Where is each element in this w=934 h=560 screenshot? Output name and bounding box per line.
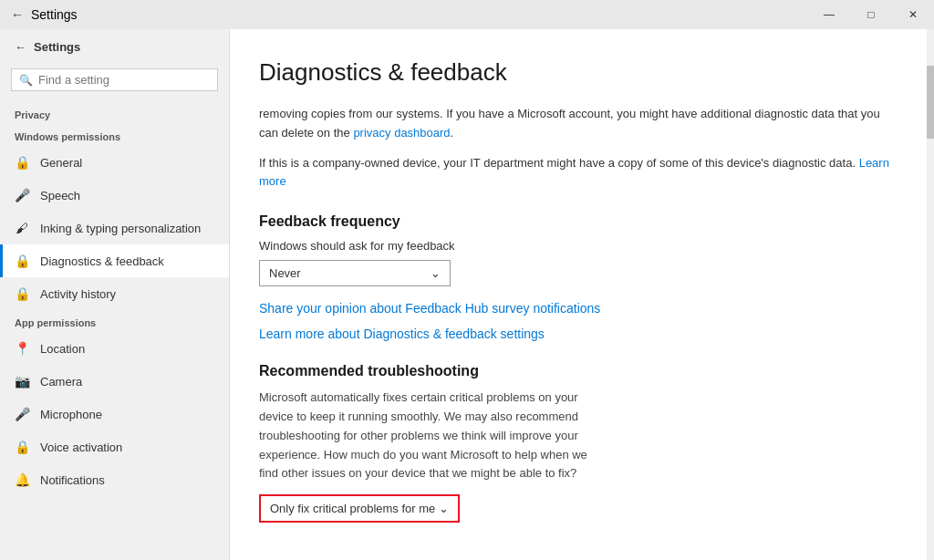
titlebar-title: Settings — [31, 7, 78, 22]
share-opinion-link[interactable]: Share your opinion about Feedback Hub su… — [259, 301, 600, 316]
intro-paragraph-2: If this is a company-owned device, your … — [259, 154, 898, 192]
microphone-icon: 🎤 — [15, 407, 29, 421]
sidebar-item-label-general: General — [40, 156, 82, 170]
sidebar-item-voice[interactable]: 🔒 Voice activation — [0, 430, 229, 463]
intro-paragraph-1: removing copies from our systems. If you… — [259, 105, 898, 143]
titlebar-controls: — □ ✕ — [808, 0, 934, 29]
search-icon: 🔍 — [19, 74, 33, 87]
sidebar-item-location[interactable]: 📍 Location — [0, 332, 229, 365]
back-icon[interactable]: ← — [11, 7, 24, 22]
sidebar-item-label-camera: Camera — [40, 375, 82, 389]
sidebar-item-label-activity: Activity history — [40, 287, 116, 301]
chevron-down-icon: ⌄ — [431, 266, 441, 280]
location-icon: 📍 — [15, 341, 29, 356]
sidebar: ← Settings 🔍 Privacy Windows permissions… — [0, 29, 230, 560]
sidebar-item-activity[interactable]: 🔒 Activity history — [0, 277, 229, 310]
close-button[interactable]: ✕ — [892, 0, 934, 29]
feedback-label: Windows should ask for my feedback — [259, 239, 898, 253]
diagnostics-icon: 🔒 — [15, 254, 29, 268]
sidebar-item-notifications[interactable]: 🔔 Notifications — [0, 463, 229, 496]
minimize-button[interactable]: — — [808, 0, 850, 29]
troubleshoot-chevron-icon: ⌄ — [439, 502, 449, 515]
notifications-icon: 🔔 — [15, 472, 29, 487]
feedback-frequency-dropdown[interactable]: Never ⌄ — [259, 260, 451, 286]
troubleshoot-dropdown[interactable]: Only fix critical problems for me ⌄ — [259, 494, 460, 523]
recommended-troubleshooting-title: Recommended troubleshooting — [259, 363, 898, 379]
privacy-section-label: Privacy — [0, 102, 229, 124]
sidebar-item-diagnostics[interactable]: 🔒 Diagnostics & feedback — [0, 244, 229, 277]
activity-icon: 🔒 — [15, 286, 29, 301]
sidebar-item-label-location: Location — [40, 342, 85, 356]
sidebar-item-label-microphone: Microphone — [40, 408, 102, 421]
feedback-frequency-title: Feedback frequency — [259, 213, 898, 230]
speech-icon: 🎤 — [15, 188, 29, 202]
sidebar-item-microphone[interactable]: 🎤 Microphone — [0, 398, 229, 430]
sidebar-search-box[interactable]: 🔍 — [11, 68, 218, 91]
sidebar-item-label-notifications: Notifications — [40, 473, 105, 487]
search-input[interactable] — [38, 73, 210, 87]
privacy-dashboard-link[interactable]: privacy dashboard — [353, 126, 450, 140]
troubleshoot-description: Microsoft automatically fixes certain cr… — [259, 389, 597, 483]
content-area: Diagnostics & feedback removing copies f… — [230, 29, 934, 560]
troubleshoot-dropdown-value: Only fix critical problems for me — [270, 502, 435, 515]
voice-icon: 🔒 — [15, 440, 29, 454]
sidebar-item-label-voice: Voice activation — [40, 441, 122, 454]
scrollbar-track[interactable] — [927, 29, 934, 560]
titlebar: ← Settings — □ ✕ — [0, 0, 934, 29]
sidebar-back-button[interactable]: ← Settings — [0, 29, 229, 65]
inking-icon: 🖌 — [15, 221, 29, 235]
page-title: Diagnostics & feedback — [259, 58, 898, 87]
learn-more-diagnostics-link[interactable]: Learn more about Diagnostics & feedback … — [259, 327, 545, 341]
camera-icon: 📷 — [15, 374, 29, 389]
maximize-button[interactable]: □ — [850, 0, 892, 29]
app-permissions-label: App permissions — [0, 310, 229, 332]
sidebar-item-general[interactable]: 🔒 General — [0, 146, 229, 179]
sidebar-item-inking[interactable]: 🖌 Inking & typing personalization — [0, 212, 229, 244]
sidebar-item-camera[interactable]: 📷 Camera — [0, 365, 229, 398]
titlebar-left: ← Settings — [11, 7, 78, 22]
sidebar-item-label-speech: Speech — [40, 189, 80, 202]
sidebar-back-label: Settings — [34, 40, 80, 54]
scrollbar-thumb[interactable] — [927, 66, 934, 139]
sidebar-item-speech[interactable]: 🎤 Speech — [0, 179, 229, 212]
app-body: ← Settings 🔍 Privacy Windows permissions… — [0, 29, 934, 560]
lock-icon-general: 🔒 — [15, 155, 29, 170]
windows-permissions-label: Windows permissions — [0, 124, 229, 146]
feedback-frequency-value: Never — [269, 266, 301, 280]
sidebar-item-label-diagnostics: Diagnostics & feedback — [40, 254, 164, 268]
sidebar-item-label-inking: Inking & typing personalization — [40, 222, 201, 235]
back-arrow-icon: ← — [15, 40, 26, 54]
